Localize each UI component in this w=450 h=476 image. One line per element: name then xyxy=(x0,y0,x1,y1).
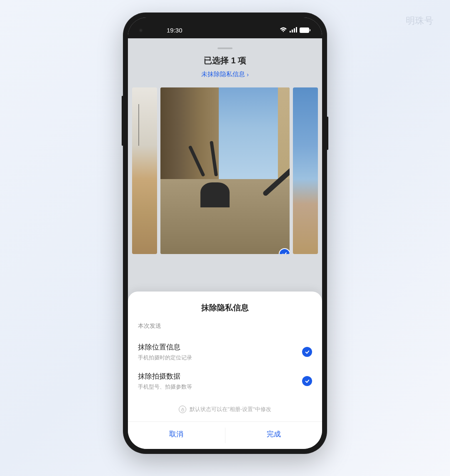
chevron-right-icon: › xyxy=(247,71,249,78)
power-button xyxy=(327,117,328,150)
battery-icon xyxy=(300,27,310,33)
cancel-button[interactable]: 取消 xyxy=(128,422,225,449)
option-desc: 手机拍摄时的定位记录 xyxy=(138,354,302,361)
phone-screen: 19:30 已选择 1 项 未抹除隐私信息 › xyxy=(128,17,322,449)
lock-icon xyxy=(179,406,186,413)
gallery-photo-selected[interactable] xyxy=(160,87,290,254)
phone-frame: 19:30 已选择 1 项 未抹除隐私信息 › xyxy=(123,12,327,454)
option-title: 抹除拍摄数据 xyxy=(138,371,302,381)
sheet-subtitle: 本次发送 xyxy=(138,322,312,330)
option-title: 抹除位置信息 xyxy=(138,342,302,352)
selection-header: 已选择 1 项 未抹除隐私信息 › xyxy=(128,38,322,84)
checkbox-checked-icon[interactable] xyxy=(302,376,312,386)
svg-rect-2 xyxy=(294,28,295,32)
photo-gallery[interactable] xyxy=(128,84,322,259)
svg-rect-3 xyxy=(296,27,297,32)
svg-rect-5 xyxy=(310,29,310,31)
volume-button xyxy=(122,96,123,146)
option-desc: 手机型号、拍摄参数等 xyxy=(138,383,302,391)
svg-rect-4 xyxy=(300,27,309,33)
camera-cutout xyxy=(137,27,158,34)
confirm-button[interactable]: 完成 xyxy=(225,422,322,449)
watermark-text: 明珠号 xyxy=(406,15,433,27)
option-erase-location[interactable]: 抹除位置信息 手机拍摄时的定位记录 xyxy=(138,337,312,366)
footer-hint: 默认状态可以在"相册-设置"中修改 xyxy=(138,396,312,421)
sheet-title: 抹除隐私信息 xyxy=(138,302,312,313)
gallery-photo-prev[interactable] xyxy=(132,87,157,254)
signal-icon xyxy=(290,27,297,33)
checkbox-checked-icon[interactable] xyxy=(302,347,312,357)
svg-rect-0 xyxy=(290,31,291,32)
option-erase-metadata[interactable]: 抹除拍摄数据 手机型号、拍摄参数等 xyxy=(138,366,312,396)
drag-handle[interactable] xyxy=(218,47,232,49)
privacy-status-link[interactable]: 未抹除隐私信息 › xyxy=(201,70,249,78)
bottom-button-row: 取消 完成 xyxy=(128,421,322,449)
svg-rect-6 xyxy=(182,409,184,411)
page-title: 已选择 1 项 xyxy=(128,55,322,66)
status-time: 19:30 xyxy=(167,27,182,34)
privacy-bottom-sheet: 抹除隐私信息 本次发送 抹除位置信息 手机拍摄时的定位记录 抹除拍摄数据 手机型… xyxy=(128,292,322,449)
privacy-status-text: 未抹除隐私信息 xyxy=(201,70,245,78)
footer-hint-text: 默认状态可以在"相册-设置"中修改 xyxy=(190,406,271,413)
gallery-photo-next[interactable] xyxy=(293,87,318,254)
svg-rect-1 xyxy=(292,30,293,32)
wifi-icon xyxy=(280,27,287,33)
